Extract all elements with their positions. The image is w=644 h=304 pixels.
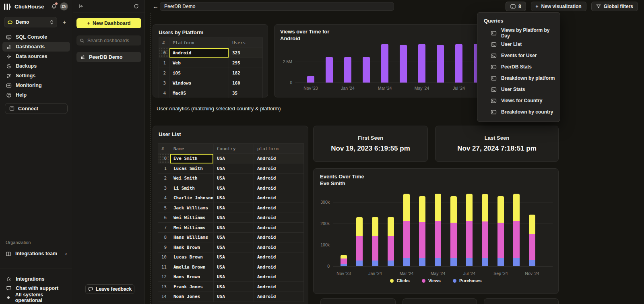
table-row[interactable]: 11Amelia BrownUSAAndroid bbox=[158, 262, 303, 272]
query-item-user-stats[interactable]: User Stats bbox=[477, 84, 560, 95]
table-cell[interactable]: 295 bbox=[229, 58, 262, 68]
notifications-bell-icon[interactable] bbox=[51, 4, 57, 9]
stacked-bar[interactable] bbox=[388, 217, 394, 266]
add-service-button[interactable]: + bbox=[60, 18, 68, 26]
table-row[interactable]: 13Frank JonesUSAAndroid bbox=[158, 282, 303, 292]
table-row[interactable]: 0Eve SmithUSAAndroid bbox=[158, 154, 303, 164]
table-cell[interactable]: 4 bbox=[159, 88, 169, 98]
table-cell[interactable]: USA bbox=[214, 163, 254, 174]
table-cell[interactable]: 4 bbox=[158, 193, 170, 203]
chart-bar[interactable] bbox=[455, 44, 462, 83]
stacked-bar[interactable] bbox=[403, 194, 410, 266]
connect-button[interactable]: Connect bbox=[5, 103, 68, 114]
table-cell[interactable]: 9 bbox=[158, 242, 170, 252]
table-row[interactable]: 9Hank BrownUSAAndroid bbox=[158, 242, 303, 252]
chart-bar[interactable] bbox=[400, 45, 407, 83]
table-row[interactable]: 4MacOS35 bbox=[159, 88, 262, 98]
stacked-bar[interactable] bbox=[497, 196, 504, 266]
sidebar-item-data-sources[interactable]: Data sources bbox=[2, 52, 70, 61]
stacked-bar[interactable] bbox=[450, 196, 457, 266]
table-cell[interactable]: Android bbox=[254, 193, 303, 203]
search-dashboards-box[interactable] bbox=[76, 35, 141, 45]
user-avatar[interactable]: ZN bbox=[60, 2, 68, 10]
new-visualization-button[interactable]: + New visualization bbox=[531, 2, 586, 11]
chart-bar[interactable] bbox=[344, 57, 351, 83]
table-row[interactable]: 14Noah JonesUSAAndroid bbox=[158, 292, 303, 302]
table-row[interactable]: 10Lucas BrownUSAAndroid bbox=[158, 252, 303, 263]
table-cell[interactable]: Hans Brown bbox=[170, 272, 214, 282]
table-row[interactable]: 2Wei SmithUSAAndroid bbox=[158, 174, 303, 184]
table-cell[interactable]: Frank Jones bbox=[170, 282, 214, 292]
table-cell[interactable]: 13 bbox=[158, 282, 170, 292]
table-cell[interactable]: Android bbox=[254, 252, 303, 263]
stacked-bar[interactable] bbox=[435, 194, 441, 266]
footer-item-integrations[interactable]: Integrations bbox=[2, 274, 70, 283]
sidebar-item-settings[interactable]: Settings bbox=[2, 71, 70, 81]
table-cell[interactable]: 3 bbox=[159, 78, 169, 88]
table-cell[interactable]: 7 bbox=[158, 223, 170, 233]
table-cell[interactable]: Wei Williams bbox=[170, 213, 214, 223]
table-cell[interactable]: USA bbox=[214, 262, 254, 272]
footer-item-all-systems-operational[interactable]: All systems operational bbox=[2, 293, 70, 302]
table-cell[interactable]: Lucas Brown bbox=[170, 252, 214, 263]
table-cell[interactable]: USA bbox=[214, 183, 254, 193]
workspace-selector[interactable]: Demo bbox=[4, 17, 57, 27]
query-item-views-by-platform-by-day[interactable]: Views by Platform by Day bbox=[477, 27, 560, 39]
stacked-bar[interactable] bbox=[419, 196, 425, 266]
table-cell[interactable]: USA bbox=[214, 154, 254, 164]
table-cell[interactable]: USA bbox=[214, 233, 254, 243]
table-cell[interactable]: USA bbox=[214, 193, 254, 203]
table-cell[interactable]: Android bbox=[254, 292, 303, 302]
table-cell[interactable]: 1 bbox=[158, 163, 170, 174]
table-cell[interactable]: 10 bbox=[158, 252, 170, 263]
table-cell[interactable]: Android bbox=[254, 262, 303, 272]
chart-bar[interactable] bbox=[363, 57, 370, 83]
table-row[interactable]: 7Mei WilliamsUSAAndroid bbox=[158, 223, 303, 233]
table-cell[interactable]: USA bbox=[214, 282, 254, 292]
sidebar-item-dashboards[interactable]: Dashboards bbox=[2, 42, 70, 52]
sidebar-item-help[interactable]: Help bbox=[2, 90, 70, 100]
table-cell[interactable]: Android bbox=[254, 183, 303, 193]
table-cell[interactable]: Android bbox=[254, 203, 303, 213]
table-cell[interactable]: iOS bbox=[169, 68, 229, 78]
stacked-bar[interactable] bbox=[482, 194, 488, 266]
table-cell[interactable]: Charlie Johnson bbox=[170, 193, 214, 203]
query-item-breakdown-by-platform[interactable]: Breakdown by platform bbox=[477, 72, 560, 84]
table-cell[interactable]: 14 bbox=[158, 292, 170, 302]
table-cell[interactable]: 2 bbox=[159, 68, 169, 78]
table-cell[interactable]: USA bbox=[214, 223, 254, 233]
table-cell[interactable]: USA bbox=[214, 174, 254, 184]
chart-bar[interactable] bbox=[381, 44, 388, 83]
table-cell[interactable]: 11 bbox=[158, 262, 170, 272]
table-row[interactable]: 0Android323 bbox=[159, 48, 262, 58]
table-cell[interactable]: 6 bbox=[158, 213, 170, 223]
table-cell[interactable]: 8 bbox=[158, 233, 170, 243]
table-row[interactable]: 6Wei WilliamsUSAAndroid bbox=[158, 213, 303, 223]
table-row[interactable]: 8Hans WilliamsUSAAndroid bbox=[158, 233, 303, 243]
table-cell[interactable]: Wei Smith bbox=[170, 174, 214, 184]
table-cell[interactable]: USA bbox=[214, 252, 254, 263]
table-cell[interactable]: Mei Williams bbox=[170, 223, 214, 233]
table-row[interactable]: 12Hans BrownUSAAndroid bbox=[158, 272, 303, 282]
table-row[interactable]: 1Lucas SmithUSAAndroid bbox=[158, 163, 303, 174]
table-cell[interactable]: 182 bbox=[229, 68, 262, 78]
refresh-icon[interactable] bbox=[134, 4, 139, 9]
table-row[interactable]: 3Windows160 bbox=[159, 78, 262, 88]
table-cell[interactable]: Android bbox=[254, 163, 303, 174]
table-cell[interactable]: Android bbox=[254, 223, 303, 233]
table-cell[interactable]: 5 bbox=[158, 203, 170, 213]
table-cell[interactable]: 35 bbox=[229, 88, 262, 98]
table-row[interactable]: 3Li SmithUSAAndroid bbox=[158, 183, 303, 193]
query-item-breakdown-by-country[interactable]: Breakdown by country bbox=[477, 106, 560, 118]
table-cell[interactable]: Android bbox=[254, 154, 303, 164]
stacked-bar[interactable] bbox=[372, 217, 378, 266]
query-item-peerdb-stats[interactable]: PeerDB Stats bbox=[477, 61, 560, 72]
table-cell[interactable]: 3 bbox=[158, 183, 170, 193]
table-cell[interactable]: 12 bbox=[158, 272, 170, 282]
table-cell[interactable]: 1 bbox=[159, 58, 169, 68]
table-cell[interactable]: 2 bbox=[158, 174, 170, 184]
table-cell[interactable]: Hank Brown bbox=[170, 242, 214, 252]
table-cell[interactable]: Web bbox=[169, 58, 229, 68]
table-row[interactable]: 2iOS182 bbox=[159, 68, 262, 78]
table-cell[interactable]: Li Smith bbox=[170, 183, 214, 193]
